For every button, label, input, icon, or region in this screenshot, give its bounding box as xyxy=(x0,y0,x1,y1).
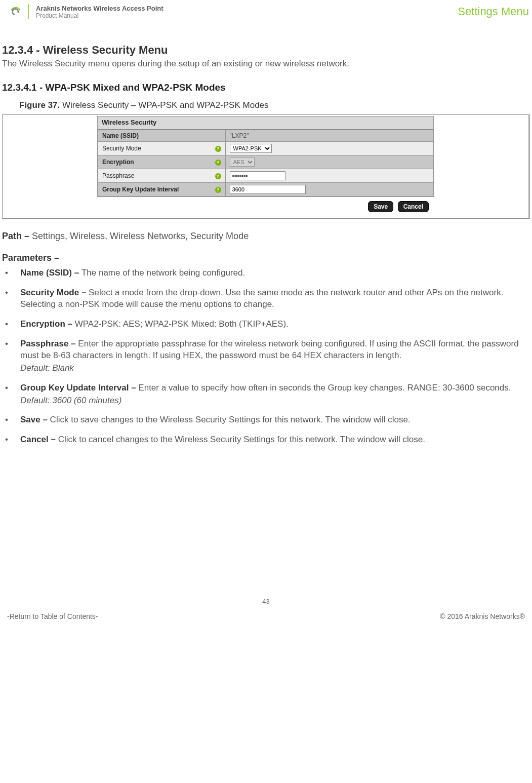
help-icon[interactable]: ? xyxy=(215,146,221,152)
row-encryption: Encryption ? AES xyxy=(98,155,433,169)
gku-value-cell xyxy=(225,183,433,197)
param-enc-label: Encryption – xyxy=(20,319,75,329)
passphrase-label-cell: Passphrase ? xyxy=(98,169,226,183)
help-icon[interactable]: ? xyxy=(215,160,221,166)
header-left: Araknis Networks Wireless Access Point P… xyxy=(0,4,163,19)
param-group-key: Group Key Update Interval – Enter a valu… xyxy=(2,382,530,407)
row-ssid: Name (SSID) "LXP2" xyxy=(98,130,433,142)
row-group-key: Group Key Update Interval ? xyxy=(98,183,433,197)
param-sec-text: Select a mode from the drop-down. Use th… xyxy=(20,288,503,309)
security-mode-select[interactable]: WPA2-PSK xyxy=(230,144,272,153)
encryption-label-cell: Encryption ? xyxy=(98,155,226,169)
secmode-label: Security Mode xyxy=(102,145,141,152)
encryption-label: Encryption xyxy=(102,159,134,166)
cancel-button[interactable]: Cancel xyxy=(398,201,429,212)
section-intro: The Wireless Security menu opens during … xyxy=(2,59,530,69)
param-security-mode: Security Mode – Select a mode from the d… xyxy=(2,287,530,310)
product-info: Araknis Networks Wireless Access Point P… xyxy=(29,5,163,19)
param-save: Save – Click to save changes to the Wire… xyxy=(2,414,530,426)
ssid-value: "LXP2" xyxy=(230,132,249,139)
param-save-text: Click to save changes to the Wireless Se… xyxy=(50,415,411,424)
brand-logo xyxy=(0,4,29,19)
parameters-heading: Parameters – xyxy=(2,253,530,263)
page-footer: 43 xyxy=(0,598,532,612)
param-passphrase: Passphrase – Enter the appropriate passp… xyxy=(2,338,530,374)
param-encryption: Encryption – WPA2-PSK: AES; WPA2-PSK Mix… xyxy=(2,319,530,330)
param-cancel-text: Click to cancel changes to the Wireless … xyxy=(58,435,425,444)
figure-screenshot: Wireless Security Name (SSID) "LXP2" Sec… xyxy=(2,114,530,219)
figure-number: Figure 37. xyxy=(19,100,60,110)
group-key-input[interactable] xyxy=(230,185,306,194)
araknis-logo-icon xyxy=(9,4,22,17)
page-content: 12.3.4 - Wireless Security Menu The Wire… xyxy=(0,23,532,446)
figure-title: Wireless Security – WPA-PSK and WPA2-PSK… xyxy=(62,100,269,110)
return-toc-link[interactable]: -Return to Table of Contents- xyxy=(7,612,98,620)
encryption-select[interactable]: AES xyxy=(230,158,255,167)
section-label: Settings Menu xyxy=(458,5,529,18)
page-header: Araknis Networks Wireless Access Point P… xyxy=(0,0,532,23)
param-ssid-label: Name (SSID) – xyxy=(20,268,81,278)
gku-label-cell: Group Key Update Interval ? xyxy=(98,183,226,197)
product-subtitle: Product Manual xyxy=(36,12,163,19)
encryption-value-cell: AES xyxy=(225,155,433,169)
param-cancel: Cancel – Click to cancel changes to the … xyxy=(2,434,530,446)
param-gku-text: Enter a value to specify how often in se… xyxy=(138,383,511,393)
ssid-label-cell: Name (SSID) xyxy=(98,130,226,142)
product-title: Araknis Networks Wireless Access Point xyxy=(36,5,163,12)
secmode-value-cell: WPA2-PSK xyxy=(225,142,433,155)
gku-label: Group Key Update Interval xyxy=(102,186,179,193)
param-pass-text: Enter the appropriate passphrase for the… xyxy=(20,339,519,360)
footer-row: -Return to Table of Contents- © 2016 Ara… xyxy=(0,612,532,627)
subsection-heading: 12.3.4.1 - WPA-PSK Mixed and WPA2-PSK Mo… xyxy=(2,82,530,93)
passphrase-value-cell xyxy=(225,169,433,183)
panel-button-row: Save Cancel xyxy=(97,198,434,216)
panel-table: Name (SSID) "LXP2" Security Mode ? WPA2-… xyxy=(98,130,433,197)
passphrase-input[interactable] xyxy=(230,171,285,180)
panel-title: Wireless Security xyxy=(98,116,433,130)
parameters-list: Name (SSID) – The name of the network be… xyxy=(2,267,530,446)
passphrase-label: Passphrase xyxy=(102,172,134,179)
param-save-label: Save – xyxy=(20,415,50,424)
page-number: 43 xyxy=(0,598,532,605)
row-passphrase: Passphrase ? xyxy=(98,169,433,183)
param-gku-default: Default: 3600 (60 minutes) xyxy=(20,395,530,407)
figure-caption: Figure 37. Wireless Security – WPA-PSK a… xyxy=(19,100,530,110)
param-ssid: Name (SSID) – The name of the network be… xyxy=(2,267,530,279)
copyright-text: © 2016 Araknis Networks® xyxy=(440,612,525,620)
help-icon[interactable]: ? xyxy=(215,187,221,193)
path-value: Settings, Wireless, Wireless Networks, S… xyxy=(32,231,249,241)
ssid-label: Name (SSID) xyxy=(102,132,139,139)
secmode-label-cell: Security Mode ? xyxy=(98,142,226,155)
param-cancel-label: Cancel – xyxy=(20,435,58,444)
row-security-mode: Security Mode ? WPA2-PSK xyxy=(98,142,433,155)
param-gku-label: Group Key Update Interval – xyxy=(20,383,138,393)
wireless-security-panel: Wireless Security Name (SSID) "LXP2" Sec… xyxy=(97,116,434,197)
param-sec-label: Security Mode – xyxy=(20,288,89,297)
param-ssid-text: The name of the network being configured… xyxy=(81,268,245,278)
save-button[interactable]: Save xyxy=(368,201,393,212)
param-pass-label: Passphrase – xyxy=(20,339,78,348)
path-line: Path – Settings, Wireless, Wireless Netw… xyxy=(2,231,530,242)
help-icon[interactable]: ? xyxy=(215,173,221,179)
section-heading: 12.3.4 - Wireless Security Menu xyxy=(2,44,530,57)
param-pass-default: Default: Blank xyxy=(20,363,530,374)
param-enc-text: WPA2-PSK: AES; WPA2-PSK Mixed: Both (TKI… xyxy=(75,319,289,329)
ssid-value-cell: "LXP2" xyxy=(225,130,433,142)
path-prefix: Path – xyxy=(2,231,32,241)
